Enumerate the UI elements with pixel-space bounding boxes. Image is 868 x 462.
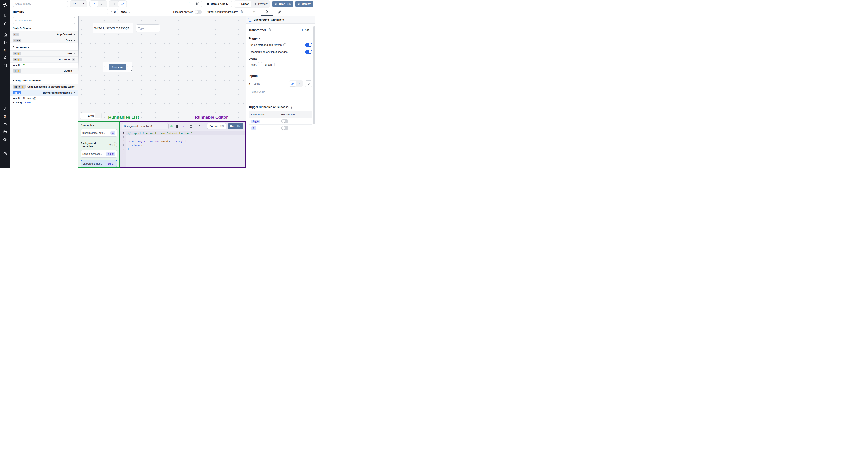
- info-icon[interactable]: i: [283, 43, 286, 46]
- col-recompute: Recompute: [281, 113, 294, 116]
- undo-button[interactable]: ↶: [70, 1, 79, 7]
- desktop-view-button[interactable]: [118, 1, 126, 7]
- more-options-kebab-icon[interactable]: ⋮: [187, 2, 192, 6]
- help-icon[interactable]: [1, 150, 9, 158]
- hide-bar-toggle[interactable]: [195, 10, 202, 14]
- pointer-hand-icon: ☝: [17, 58, 20, 61]
- annotation-runnables-list: Runnables List: [108, 115, 139, 120]
- output-row-component-b[interactable]: b☝ Text Input: [10, 57, 78, 62]
- search-outputs-input[interactable]: Search outputs...: [13, 17, 75, 24]
- center-canvas-button[interactable]: [90, 1, 98, 7]
- event-pill-start[interactable]: start: [249, 62, 259, 67]
- chevron-up-icon: [72, 59, 75, 61]
- output-row-ctx[interactable]: ctx App Context: [10, 31, 78, 37]
- static-value-textarea[interactable]: Static value: [249, 89, 312, 96]
- left-nav-rail: $ ⚙ →: [0, 0, 10, 168]
- code-lines[interactable]: // import * as wmill from "windmill-clie…: [126, 131, 245, 167]
- deploy-button[interactable]: Deploy: [295, 1, 313, 7]
- zoom-out-button[interactable]: −: [81, 113, 87, 119]
- output-row-bg1-selected[interactable]: bg_1 Background Runnable 0: [10, 90, 78, 96]
- output-row-bg0[interactable]: bg_0☝ Send a message to discord using we…: [10, 84, 78, 90]
- code-editor[interactable]: 123456 // import * as wmill from "windmi…: [120, 131, 245, 167]
- resources-icon[interactable]: [1, 54, 9, 61]
- recompute-toggle-bg0[interactable]: [281, 119, 288, 123]
- resize-handle-icon[interactable]: [131, 31, 132, 32]
- c-pill[interactable]: c: [251, 126, 256, 130]
- recompute-toggle-c[interactable]: [281, 126, 288, 130]
- output-row-state[interactable]: state State: [10, 37, 78, 43]
- info-icon[interactable]: i: [268, 28, 271, 31]
- event-pill-refresh[interactable]: refresh: [261, 62, 275, 67]
- static-mode-button[interactable]: [289, 81, 296, 86]
- output-row-component-a[interactable]: a☝ Text: [10, 51, 78, 57]
- bg0-pill[interactable]: bg_0: [251, 120, 260, 123]
- collapse-chevron-up-button[interactable]: [72, 58, 75, 61]
- info-icon[interactable]: i: [290, 106, 293, 109]
- chevron-down-icon: [73, 70, 75, 72]
- fullscreen-canvas-button[interactable]: [98, 1, 107, 7]
- schedules-icon[interactable]: [1, 61, 9, 69]
- windmill-logo-icon[interactable]: [2, 2, 8, 8]
- user-icon[interactable]: [1, 105, 9, 113]
- runnable-item-bg1-selected[interactable]: Background Run... bg_1: [81, 160, 117, 167]
- ai-wand-icon[interactable]: [181, 125, 187, 128]
- mobile-view-button[interactable]: [109, 1, 118, 7]
- runnable-name-input[interactable]: Background Runnable 0: [122, 123, 168, 129]
- resize-handle-icon[interactable]: [130, 70, 132, 71]
- bg1-badge: bg_1: [13, 91, 22, 94]
- add-background-runnable-button[interactable]: +: [112, 142, 117, 147]
- settings-gear-icon[interactable]: ⚙: [1, 113, 9, 120]
- pointer-hand-icon: ☝: [17, 52, 20, 55]
- connect-plug-button[interactable]: [305, 80, 312, 87]
- right-panel-scrollbar[interactable]: [313, 26, 315, 125]
- expression-mode-button[interactable]: ƒ: [296, 81, 303, 86]
- canvas-button-component[interactable]: Press me: [103, 62, 132, 72]
- redo-button[interactable]: ↷: [79, 1, 87, 7]
- trash-icon[interactable]: [188, 125, 194, 128]
- resize-handle-icon[interactable]: [158, 30, 159, 31]
- expand-icon[interactable]: [195, 125, 201, 128]
- audit-eye-icon[interactable]: [1, 135, 9, 143]
- docs-book-button[interactable]: [194, 1, 202, 7]
- app-canvas[interactable]: Write Discord message: Type... Press me …: [78, 16, 246, 121]
- schedule-mode-dropdown[interactable]: once: [121, 10, 130, 13]
- recompute-toggle[interactable]: [305, 50, 312, 54]
- bg1-result-row: result: No items ([]): [10, 96, 78, 101]
- draft-button[interactable]: Draft ⌘S: [272, 1, 293, 7]
- refresh-count-button[interactable]: 2: [107, 9, 118, 15]
- runnables-title: Runnables: [81, 124, 117, 127]
- tab-theme-brush[interactable]: [273, 8, 286, 16]
- info-icon[interactable]: i: [240, 10, 243, 13]
- favorites-icon[interactable]: [1, 20, 9, 27]
- canvas-section: 2 once Hide bar on view Author henri@win…: [78, 8, 246, 168]
- run-button[interactable]: Run ⌘↵: [228, 123, 243, 129]
- collapse-rail-arrow-icon[interactable]: →: [1, 158, 9, 165]
- tab-preview[interactable]: Preview: [251, 1, 270, 7]
- add-transformer-button[interactable]: +Add: [299, 27, 312, 33]
- runnable-item-bg0[interactable]: Send a message... bg_0: [81, 150, 117, 158]
- runs-icon[interactable]: [1, 38, 9, 46]
- tab-insert-component[interactable]: +: [247, 8, 260, 16]
- workspace-icon[interactable]: [1, 12, 9, 20]
- output-row-component-c[interactable]: c☝ Button: [10, 68, 78, 74]
- tab-settings[interactable]: [260, 8, 273, 16]
- database-icon[interactable]: [175, 125, 180, 128]
- app-summary-input[interactable]: App summary: [13, 1, 68, 7]
- undo-redo-group: ↶ ↷: [70, 0, 87, 7]
- workers-robot-icon[interactable]: [1, 120, 9, 128]
- press-me-button[interactable]: Press me: [109, 64, 126, 70]
- canvas-text-component[interactable]: Write Discord message:: [93, 23, 133, 33]
- debug-runs-button[interactable]: Debug runs (7): [204, 1, 232, 7]
- tab-editor[interactable]: Editor: [234, 1, 251, 7]
- runnable-item-scrape-github[interactable]: u/henri/scrape_githu... c: [81, 129, 117, 136]
- run-on-start-toggle[interactable]: [305, 43, 312, 47]
- zoom-in-button[interactable]: +: [95, 113, 101, 119]
- folders-icon[interactable]: [1, 128, 9, 135]
- author-label: Author henri@windmill.dev: [207, 10, 238, 13]
- format-button[interactable]: Format ⌘S: [207, 123, 226, 129]
- background-runnables-subheading: Background runnables ⟳ +: [81, 142, 117, 148]
- home-icon[interactable]: [1, 31, 9, 38]
- canvas-textinput-component[interactable]: Type...: [135, 25, 160, 32]
- variables-icon[interactable]: $: [1, 46, 9, 54]
- textarea-resize-icon[interactable]: [310, 94, 311, 95]
